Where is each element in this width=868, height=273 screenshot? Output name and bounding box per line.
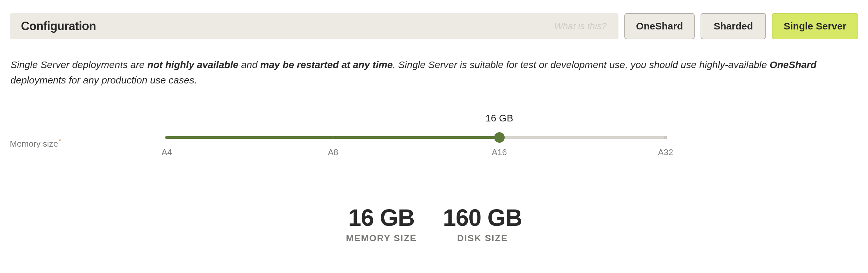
what-is-this-link[interactable]: What is this? <box>554 21 609 31</box>
memory-stat: 16 GB MEMORY SIZE <box>346 204 417 244</box>
stats-row: 16 GB MEMORY SIZE 160 GB DISK SIZE <box>10 204 858 244</box>
slider-tick: A32 <box>658 147 673 158</box>
desc-text: deployments for any production use cases… <box>10 75 197 85</box>
desc-bold: OneShard <box>770 59 816 70</box>
slider-ticks: A4 A8 A16 A32 <box>167 147 665 158</box>
deployment-description: Single Server deployments are not highly… <box>10 57 858 88</box>
disk-stat: 160 GB DISK SIZE <box>443 204 522 244</box>
disk-stat-value: 160 GB <box>443 204 522 231</box>
memory-size-label: Memory size <box>10 139 58 148</box>
config-header: Configuration What is this? OneShard Sha… <box>10 13 858 39</box>
required-marker: * <box>59 137 61 145</box>
slider-stop <box>165 136 168 139</box>
slider-tick: A8 <box>328 147 338 158</box>
desc-text: Single Server deployments are <box>10 59 148 70</box>
slider-thumb[interactable] <box>494 132 505 143</box>
desc-text: . Single Server is suitable for test or … <box>393 59 770 70</box>
slider-tick: A4 <box>161 147 172 158</box>
disk-stat-label: DISK SIZE <box>443 233 522 244</box>
title-block: Configuration What is this? <box>10 13 618 39</box>
slider-value-label: 16 GB <box>485 113 513 124</box>
memory-stat-value: 16 GB <box>346 204 417 231</box>
slider-stop <box>331 136 335 139</box>
memory-size-row: Memory size* 16 GB A4 A8 A16 A32 <box>10 114 858 158</box>
tab-oneshard[interactable]: OneShard <box>624 13 695 39</box>
slider-tick: A16 <box>492 147 507 158</box>
memory-size-slider[interactable] <box>167 136 665 139</box>
panel-title: Configuration <box>21 19 96 33</box>
memory-size-label-cell: Memory size* <box>10 114 167 149</box>
desc-text: and <box>239 59 260 70</box>
memory-stat-label: MEMORY SIZE <box>346 233 417 244</box>
desc-bold: not highly available <box>148 59 239 70</box>
tab-sharded[interactable]: Sharded <box>701 13 766 39</box>
tab-single-server[interactable]: Single Server <box>772 13 858 39</box>
slider-stop <box>664 136 667 139</box>
desc-bold: may be restarted at any time <box>260 59 393 70</box>
memory-size-slider-wrap: 16 GB A4 A8 A16 A32 <box>167 114 665 158</box>
